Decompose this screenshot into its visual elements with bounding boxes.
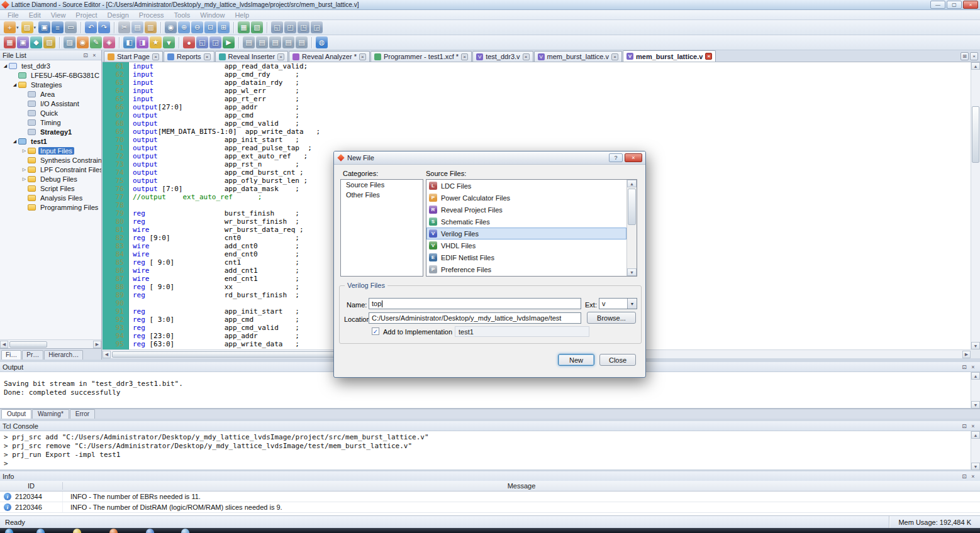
bitstream-report-icon[interactable]: ▤: [282, 36, 294, 48]
document-tab[interactable]: Reveal Inserter×: [215, 51, 289, 62]
chevron-down-icon[interactable]: ▼: [627, 299, 637, 309]
menu-edit[interactable]: Edit: [24, 11, 46, 19]
ipexpress-icon[interactable]: ★: [150, 36, 162, 48]
output-tab-warning[interactable]: Warning*: [32, 409, 69, 419]
redo-icon[interactable]: ↷: [98, 21, 110, 33]
file-type-item[interactable]: PPower Calculator Files: [426, 192, 626, 204]
cut-icon[interactable]: ✂: [118, 21, 130, 33]
zoom-fit-icon[interactable]: ⊡: [204, 21, 216, 33]
zoom-area-icon[interactable]: ⊞: [218, 21, 230, 33]
menu-tools[interactable]: Tools: [169, 11, 196, 19]
taskbar-app-5-icon[interactable]: [181, 529, 189, 533]
reveal-inserter-icon[interactable]: ◧: [123, 36, 135, 48]
close-panel-icon[interactable]: ×: [969, 363, 977, 371]
dialog-title-bar[interactable]: New File ? ×: [334, 151, 645, 165]
editor-vscrollbar[interactable]: ▲ ▼: [971, 62, 980, 349]
file-type-item[interactable]: VVerilog Files: [426, 228, 626, 239]
code-line[interactable]: 70output app_init_start ;: [103, 136, 971, 144]
menu-help[interactable]: Help: [230, 11, 254, 19]
tree-item-test1[interactable]: ◢test1: [0, 136, 101, 146]
close-document-button[interactable]: ×: [970, 52, 978, 60]
copy-icon[interactable]: ▤: [131, 21, 143, 33]
document-tab[interactable]: Vmem_burst_lattice.v×: [623, 50, 716, 62]
code-line[interactable]: 62input app_cmd_rdy ;: [103, 70, 971, 79]
scroll-left-icon[interactable]: ◀: [0, 341, 8, 348]
scroll-up-icon[interactable]: ▲: [971, 62, 980, 70]
save-icon[interactable]: ▣: [38, 21, 50, 33]
scroll-down-icon[interactable]: ▼: [971, 401, 980, 409]
chevron-down-icon[interactable]: ▾: [16, 25, 19, 30]
chart-view-icon[interactable]: ▧: [251, 21, 263, 33]
menu-view[interactable]: View: [46, 11, 71, 19]
eco-editor-icon[interactable]: ✎: [90, 36, 102, 48]
new-button[interactable]: New: [558, 354, 594, 366]
close-tab-icon[interactable]: ×: [705, 53, 712, 60]
document-tab[interactable]: Programmer - test1.xcf *×: [370, 51, 472, 62]
add-to-implementation-checkbox[interactable]: ✓: [372, 327, 379, 335]
scroll-down-icon[interactable]: ▼: [971, 463, 980, 470]
undock-panel-icon[interactable]: ⊡: [960, 363, 969, 371]
close-button[interactable]: ×: [963, 1, 978, 9]
print-icon[interactable]: ▭: [65, 21, 77, 33]
close-tab-icon[interactable]: ×: [523, 53, 530, 60]
scroll-down-icon[interactable]: ▼: [971, 342, 980, 349]
info-row[interactable]: i2120344INFO - The number of EBRs needed…: [0, 492, 980, 502]
scroll-up-icon[interactable]: ▲: [971, 431, 980, 439]
document-tab[interactable]: Vmem_burst_lattice.v×: [534, 51, 622, 62]
minimize-button[interactable]: —: [930, 1, 945, 9]
taskbar-app-1-icon[interactable]: [36, 529, 45, 533]
code-line[interactable]: 68output app_cmd_valid ;: [103, 119, 971, 128]
clarity-designer-icon[interactable]: ◈: [103, 36, 115, 48]
help-icon[interactable]: ◍: [316, 36, 328, 48]
tree-item-debug-files[interactable]: ▷Debug Files: [0, 174, 101, 184]
file-types-scrollbar[interactable]: ▲ ▼: [626, 180, 637, 276]
collapsed-arrow-icon[interactable]: ▷: [21, 177, 28, 182]
tree-item-lfe5u-45f-6bg381c[interactable]: LFE5U-45F-6BG381C: [0, 70, 101, 80]
run-manager-icon[interactable]: ▶: [223, 36, 235, 48]
menu-project[interactable]: Project: [70, 11, 102, 19]
code-line[interactable]: 63input app_datain_rdy ;: [103, 79, 971, 87]
package-view-icon[interactable]: ▣: [17, 36, 29, 48]
scroll-up-icon[interactable]: ▲: [971, 372, 980, 380]
zoom-out-icon[interactable]: ⊖: [191, 21, 203, 33]
file-type-item[interactable]: PPreference Files: [426, 263, 626, 275]
name-input[interactable]: top: [369, 298, 581, 309]
undock-panel-icon[interactable]: ⊡: [960, 422, 969, 430]
scroll-left-icon[interactable]: ◀: [103, 351, 111, 358]
window-tile-icon[interactable]: ◰: [284, 21, 296, 33]
file-type-item[interactable]: SSchematic Files: [426, 216, 626, 228]
scroll-up-icon[interactable]: ▲: [627, 180, 637, 187]
taskbar-app-3-icon[interactable]: [109, 529, 118, 533]
timing-report-icon[interactable]: ▤: [296, 36, 308, 48]
close-tab-icon[interactable]: ×: [204, 53, 211, 60]
par-report-icon[interactable]: ▤: [269, 36, 281, 48]
tree-item-quick[interactable]: Quick: [0, 108, 101, 118]
windows-taskbar[interactable]: [0, 528, 980, 533]
timing-analyzer-icon[interactable]: ●: [183, 36, 195, 48]
code-line[interactable]: 66output[27:0] app_addr ;: [103, 103, 971, 111]
output-tab-output[interactable]: Output: [1, 409, 31, 419]
category-item[interactable]: Other Files: [341, 190, 423, 200]
code-line[interactable]: 65input app_rt_err ;: [103, 95, 971, 103]
tree-item-strategies[interactable]: ◢Strategies: [0, 80, 101, 89]
expanded-arrow-icon[interactable]: ◢: [11, 82, 18, 87]
expanded-arrow-icon[interactable]: ◢: [11, 139, 18, 144]
output-vscrollbar[interactable]: ▲ ▼: [971, 372, 980, 409]
menu-window[interactable]: Window: [195, 11, 230, 19]
find-icon[interactable]: ◉: [165, 21, 177, 33]
location-input[interactable]: C:/Users/Administrator/Desktop/y_mdy_lat…: [369, 312, 581, 324]
ncd-view-icon[interactable]: ▨: [64, 36, 75, 48]
undo-icon[interactable]: ↶: [85, 21, 97, 33]
document-tab[interactable]: Reveal Analyzer *×: [289, 51, 370, 62]
tree-item-i-o-assistant[interactable]: I/O Assistant: [0, 99, 101, 108]
tree-item-timing[interactable]: Timing: [0, 118, 101, 127]
expanded-arrow-icon[interactable]: ◢: [2, 63, 9, 69]
tree-item-test-ddr3[interactable]: ◢test_ddr3: [0, 61, 101, 70]
code-line[interactable]: 67output app_cmd ;: [103, 111, 971, 119]
floorplan-view-icon[interactable]: ◱: [196, 36, 208, 48]
menu-file[interactable]: File: [3, 11, 24, 19]
code-line[interactable]: 61input app_read_data_valid;: [103, 62, 971, 70]
close-tab-icon[interactable]: ×: [461, 53, 468, 60]
document-tab[interactable]: Reports×: [164, 51, 214, 62]
close-tab-icon[interactable]: ×: [611, 53, 618, 60]
